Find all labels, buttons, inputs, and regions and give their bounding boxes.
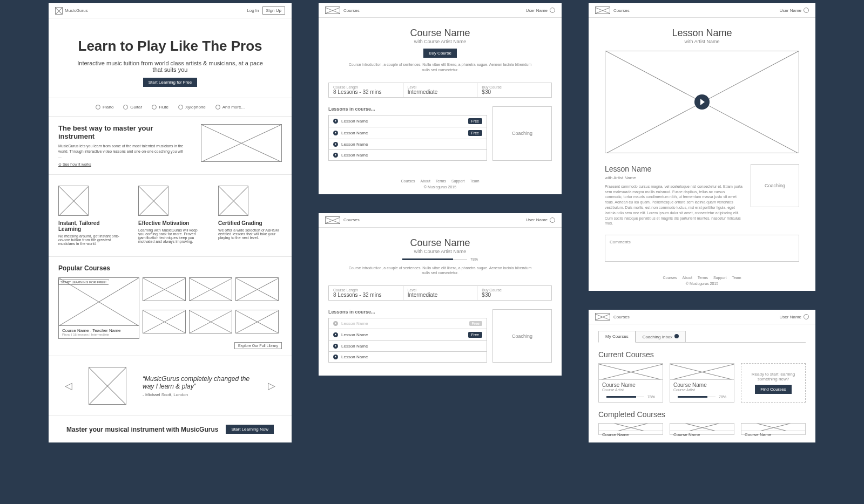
course-image: [58, 277, 139, 326]
find-courses-button[interactable]: Find Courses: [755, 385, 792, 394]
intro-link[interactable]: ⊙ See how it works: [58, 162, 185, 167]
feature-text: No messing around, get instant one-on-on…: [58, 234, 122, 246]
course-title: Course Name: [335, 237, 545, 249]
next-arrow-icon[interactable]: ▷: [268, 380, 275, 392]
play-icon: [333, 153, 338, 158]
play-icon: [333, 142, 338, 147]
footer-link[interactable]: Team: [470, 179, 479, 183]
course-card[interactable]: Course NameCourse Artist78%: [598, 363, 663, 403]
featured-course-card[interactable]: START LEARNING FOR FREE! Course Name - T…: [58, 277, 139, 339]
footer-link[interactable]: Terms: [436, 179, 446, 183]
radio-more[interactable]: And more...: [215, 105, 245, 110]
nav-courses[interactable]: Courses: [343, 217, 360, 222]
buy-course-button[interactable]: Buy Course: [423, 49, 457, 58]
lesson-row[interactable]: Lesson NameFree: [328, 329, 487, 341]
course-thumb[interactable]: [143, 277, 186, 301]
intro-text: MusicGurus lets you learn from some of t…: [58, 144, 185, 159]
comments-box[interactable]: Comments: [605, 235, 799, 262]
explore-button[interactable]: Explore Our Full Library: [234, 342, 282, 349]
feature-title: Certified Grading: [218, 220, 282, 226]
lesson-page: CoursesUser Name Lesson Name with Artist…: [589, 3, 815, 291]
radio-guitar[interactable]: Guitar: [123, 105, 142, 110]
coaching-panel[interactable]: Coaching: [751, 164, 799, 207]
course-thumb[interactable]: [143, 310, 186, 333]
feature-title: Effective Motivation: [138, 220, 202, 226]
footer-link[interactable]: About: [421, 179, 430, 183]
homepage: MusicGurus Log In Sign Up Learn to Play …: [49, 3, 292, 442]
course-thumb[interactable]: [235, 310, 279, 333]
radio-flute[interactable]: Flute: [152, 105, 168, 110]
course-page-buy: CoursesUser Name Course Name with Course…: [319, 3, 562, 194]
footer-link[interactable]: Courses: [401, 179, 415, 183]
coaching-panel[interactable]: Coaching: [492, 309, 552, 363]
radio-piano[interactable]: Piano: [96, 105, 113, 110]
coaching-panel[interactable]: Coaching: [492, 106, 552, 161]
user-name[interactable]: User Name: [526, 217, 548, 222]
lesson-title: Lesson Name: [605, 28, 799, 39]
user-avatar-icon[interactable]: [550, 8, 555, 13]
footer-link[interactable]: About: [683, 276, 692, 280]
course-card[interactable]: Course NameCourse Artist78%: [670, 363, 734, 403]
hero-cta-button[interactable]: Start Learning for Free: [143, 78, 197, 87]
course-thumb[interactable]: [235, 277, 279, 301]
avatar: [89, 367, 126, 405]
footer-link[interactable]: Team: [732, 276, 741, 280]
feature-text: We offer a wide selection of ABRSM certi…: [218, 228, 282, 240]
play-button-icon[interactable]: [694, 94, 710, 110]
user-avatar-icon[interactable]: [804, 314, 809, 319]
radio-xylophone[interactable]: Xylophone: [178, 105, 206, 110]
nav-courses[interactable]: Courses: [613, 315, 630, 319]
user-name[interactable]: User Name: [780, 8, 801, 13]
play-icon: [333, 131, 338, 135]
footer-link[interactable]: Terms: [698, 276, 708, 280]
inbox-badge-icon: [674, 334, 679, 338]
lesson-row[interactable]: Lesson NameFree: [328, 115, 487, 127]
brand: MusicGurus: [65, 8, 88, 13]
lesson-row[interactable]: Lesson Name: [328, 341, 487, 352]
footer-link[interactable]: Support: [713, 276, 727, 280]
lesson-row[interactable]: Lesson NameFree: [328, 127, 487, 139]
lesson-artist: with Artist Name: [605, 39, 799, 44]
course-card[interactable]: Course Name: [670, 423, 734, 435]
course-card[interactable]: Course Name: [598, 423, 663, 435]
user-avatar-icon[interactable]: [804, 8, 809, 13]
login-link[interactable]: Log In: [247, 8, 259, 13]
nav-courses[interactable]: Courses: [343, 8, 360, 13]
lessons-heading: Lessons in course...: [328, 309, 487, 315]
course-page-progress: CoursesUser Name Course Name with Course…: [319, 213, 562, 376]
promo-card: Ready to start learning something new?Fi…: [741, 363, 806, 403]
footer-link[interactable]: Courses: [663, 276, 677, 280]
dashboard-page: CoursesUser Name My Courses Coaching Inb…: [589, 310, 815, 442]
quote-text: “MusicGurus completely changed the way I…: [143, 375, 249, 390]
instrument-filter: Piano Guitar Flute Xylophone And more...: [49, 98, 292, 116]
lessons-heading: Lessons in course...: [328, 106, 487, 112]
course-card[interactable]: Course Name: [741, 423, 806, 435]
user-avatar-icon[interactable]: [550, 217, 555, 223]
lesson-body-artist: with Artist Name: [605, 175, 743, 181]
quote-cite: - Michael Scott, London: [143, 392, 252, 397]
completed-heading: Completed Courses: [598, 410, 806, 419]
lesson-row[interactable]: Lesson Name: [328, 352, 487, 363]
lesson-row[interactable]: Lesson Name: [328, 150, 487, 161]
course-thumb[interactable]: [189, 310, 232, 333]
logo-icon: [325, 216, 340, 224]
tab-my-courses[interactable]: My Courses: [598, 331, 636, 343]
video-player[interactable]: [605, 51, 799, 153]
feature-image: [58, 186, 89, 216]
popular-heading: Popular Courses: [58, 264, 282, 272]
course-title: Course Name: [335, 28, 545, 39]
lesson-row[interactable]: Lesson NameFree: [328, 318, 487, 329]
signup-button[interactable]: Sign Up: [262, 6, 285, 15]
lesson-row[interactable]: Lesson Name: [328, 139, 487, 150]
course-thumb[interactable]: [189, 277, 232, 301]
cta-button[interactable]: Start Learning Now: [226, 425, 273, 434]
tab-coaching-inbox[interactable]: Coaching Inbox: [636, 331, 686, 343]
footer-link[interactable]: Support: [451, 179, 465, 183]
user-name[interactable]: User Name: [526, 8, 548, 13]
free-badge: Free: [469, 321, 482, 326]
prev-arrow-icon[interactable]: ◁: [65, 380, 72, 392]
promo-text: Ready to start learning something new?: [747, 372, 800, 382]
nav-courses[interactable]: Courses: [613, 8, 630, 13]
user-name[interactable]: User Name: [780, 315, 801, 319]
feature-text: Learning with MusicGurus will keep you c…: [138, 228, 202, 243]
